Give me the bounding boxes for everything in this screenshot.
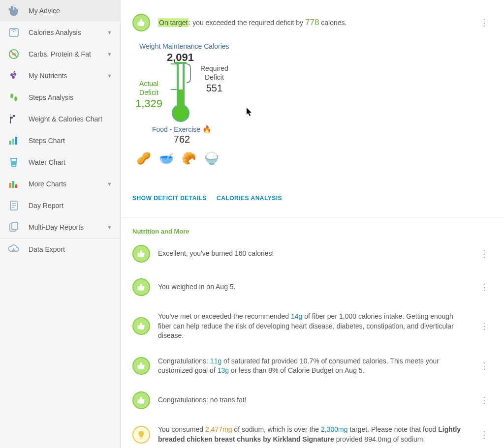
more-menu-icon[interactable]: ⋮ [476, 427, 492, 442]
nutrition-row-transfat: Congratulations: no trans fat! ⋮ [121, 384, 504, 417]
thumbs-up-badge [132, 391, 150, 409]
scale-icon [8, 27, 20, 38]
sidebar-item-my-advice[interactable]: My Advice [0, 0, 120, 22]
sidebar-item-day-report[interactable]: Day Report [0, 195, 120, 216]
thumbs-up-badge [132, 317, 150, 335]
svg-rect-26 [12, 222, 18, 230]
maintenance-title: Weight Maintenance Calories [139, 42, 229, 50]
thermometer-block: Weight Maintenance Calories 2,091 Actual [132, 42, 339, 190]
nutrition-row-weighed: You weighed in on Aug 5. ⋮ [121, 270, 504, 304]
fire-icon: 🔥 [202, 125, 212, 133]
svg-rect-20 [15, 184, 17, 188]
required-deficit-label: Required Deficit 551 [200, 64, 228, 94]
main-content: On target: you exceeded the required def… [121, 0, 504, 448]
thumbs-up-badge [132, 278, 150, 296]
on-target-highlight: On target [158, 18, 189, 27]
food-icon-bowl: 🥣 [158, 151, 175, 165]
more-menu-icon[interactable]: ⋮ [476, 15, 492, 30]
chevron-down-icon: ▼ [107, 73, 112, 79]
thermometer-icon [168, 62, 197, 128]
sodium-value: 2,477mg [205, 425, 232, 433]
nutrition-text: Excellent, you've burned 160 calories! [158, 249, 468, 259]
svg-rect-19 [12, 181, 14, 188]
sidebar-item-steps-chart[interactable]: Steps Chart [0, 130, 120, 151]
food-exercise-value: 762 [174, 134, 190, 145]
food-icon-almonds: 🥜 [135, 151, 152, 165]
sidebar-item-label: My Advice [29, 7, 112, 15]
nutrition-row-sodium: You consumed 2,477mg of sodium, which is… [121, 417, 504, 448]
show-deficit-details-link[interactable]: SHOW DEFICIT DETAILS [132, 195, 207, 202]
sidebar-item-label: My Nutrients [29, 72, 107, 80]
sidebar-item-label: Multi-Day Reports [29, 223, 107, 231]
more-menu-icon[interactable]: ⋮ [476, 246, 492, 261]
svg-rect-15 [12, 139, 14, 145]
svg-point-5 [10, 73, 13, 76]
sidebar-item-label: Steps Analysis [29, 93, 112, 101]
svg-rect-29 [183, 64, 185, 106]
sidebar-item-data-export[interactable]: Data Export [0, 239, 120, 260]
thumbs-up-badge [132, 14, 150, 31]
thumbs-up-badge [132, 357, 150, 375]
more-menu-icon[interactable]: ⋮ [476, 280, 492, 295]
sidebar-item-label: Carbs, Protein & Fat [29, 50, 107, 58]
sidebar: My Advice Calories Analysis ▼ Carbs, Pro… [0, 0, 121, 448]
sidebar-item-calories-analysis[interactable]: Calories Analysis ▼ [0, 22, 120, 43]
nutrition-row-satfat: Congratulations: 11g of saturated fat pr… [121, 349, 504, 384]
sidebar-item-label: Water Chart [29, 158, 112, 166]
svg-point-9 [14, 96, 17, 101]
nutrition-text: You consumed 2,477mg of sodium, which is… [158, 425, 468, 444]
sidebar-item-weight-calories-chart[interactable]: Weight & Calories Chart [0, 108, 120, 130]
svg-rect-14 [9, 141, 11, 145]
sidebar-item-more-charts[interactable]: More Charts ▼ [0, 173, 120, 195]
nutrition-text: You've met or exceeded the recommended 1… [158, 312, 468, 341]
footsteps-icon [8, 91, 20, 103]
satfat-value: 11g [210, 357, 221, 365]
cloud-download-icon [8, 243, 20, 255]
actual-deficit-label: Actual Deficit 1,329 [135, 79, 162, 111]
svg-rect-16 [15, 137, 17, 145]
svg-rect-13 [13, 117, 15, 119]
nutrition-text: Congratulations: no trans fat! [158, 395, 468, 405]
sidebar-item-label: Calories Analysis [29, 29, 107, 36]
nutrition-text: You weighed in on Aug 5. [158, 282, 468, 292]
sidebar-item-label: More Charts [29, 180, 107, 188]
report-icon [8, 200, 20, 211]
food-icon-rice: 🍚 [203, 151, 220, 165]
chevron-down-icon: ▼ [107, 30, 112, 35]
sidebar-item-steps-analysis[interactable]: Steps Analysis [0, 87, 120, 108]
sidebar-item-my-nutrients[interactable]: My Nutrients ▼ [0, 65, 120, 87]
food-icon-bread: 🥐 [181, 151, 197, 165]
nutrition-text: Congratulations: 11g of saturated fat pr… [158, 357, 468, 376]
deficit-status-row: On target: you exceeded the required def… [132, 14, 492, 31]
nutrition-section-header: Nutrition and More [121, 218, 504, 237]
more-menu-icon[interactable]: ⋮ [476, 358, 492, 373]
more-menu-icon[interactable]: ⋮ [476, 319, 492, 333]
more-menu-icon[interactable]: ⋮ [476, 393, 492, 408]
grapes-icon [8, 70, 20, 82]
nutrition-row-fiber: You've met or exceeded the recommended 1… [121, 304, 504, 349]
svg-rect-18 [9, 183, 11, 188]
svg-rect-12 [10, 115, 13, 117]
deficit-card: On target: you exceeded the required def… [121, 0, 504, 217]
cup-icon [8, 156, 20, 168]
food-exercise-label: Food - Exercise 🔥 762 [152, 125, 212, 145]
bar-chart-icon [8, 135, 20, 147]
svg-point-6 [13, 73, 16, 76]
deficit-surplus-value: 778 [305, 18, 319, 27]
deficit-status-text: On target: you exceeded the required def… [158, 18, 468, 28]
sidebar-item-multiday-reports[interactable]: Multi-Day Reports ▼ [0, 216, 120, 238]
svg-rect-32 [179, 90, 183, 109]
chevron-down-icon: ▼ [107, 51, 112, 57]
food-icons-row: 🥜 🥣 🥐 🍚 [135, 151, 220, 165]
sidebar-item-label: Data Export [29, 245, 112, 253]
sodium-target-value: 2,300mg [321, 425, 347, 433]
sidebar-item-carbs-protein-fat[interactable]: Carbs, Protein & Fat ▼ [0, 43, 120, 65]
sidebar-item-water-chart[interactable]: Water Chart [0, 151, 120, 173]
ban-carbs-icon [8, 48, 20, 60]
svg-rect-28 [177, 64, 179, 106]
calories-analysis-link[interactable]: CALORIES ANALYSIS [217, 195, 282, 202]
chevron-down-icon: ▼ [107, 224, 112, 230]
fiber-value: 14g [291, 312, 302, 320]
svg-point-1 [13, 31, 15, 32]
required-deficit-value: 551 [206, 83, 222, 93]
